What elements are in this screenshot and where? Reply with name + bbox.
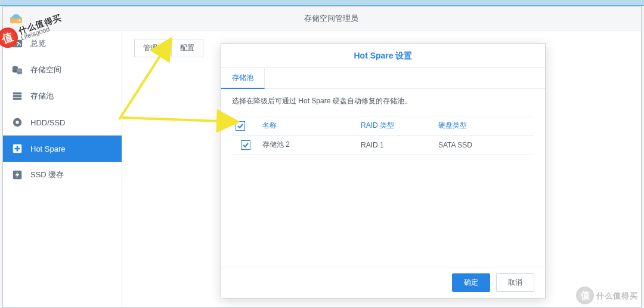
configure-button[interactable]: 配置 — [171, 39, 203, 57]
sidebar-item-label: 总览 — [30, 38, 46, 49]
header-checkbox[interactable] — [236, 121, 245, 131]
svg-rect-2 — [13, 40, 22, 48]
sidebar-item-label: SSD 缓存 — [30, 170, 64, 180]
titlebar: 存储空间管理员 — [3, 7, 641, 30]
cylinders-icon — [11, 64, 23, 76]
svg-rect-10 — [13, 93, 21, 95]
svg-point-14 — [16, 121, 18, 124]
plus-box-icon — [11, 143, 23, 155]
cell-disk: SATA SSD — [435, 135, 534, 155]
taskbar — [0, 0, 644, 6]
disc-icon — [11, 116, 23, 128]
sidebar-item-ssd-cache[interactable]: SSD 缓存 — [3, 162, 122, 188]
hot-spare-dialog: Hot Spare 设置 存储池 选择在降级后可通过 Hot Spare 硬盘自… — [221, 43, 546, 298]
row-checkbox[interactable] — [241, 140, 250, 150]
lightning-icon — [11, 169, 23, 181]
sidebar-item-hdd-ssd[interactable]: HDD/SSD — [3, 109, 122, 135]
svg-rect-11 — [13, 95, 21, 97]
sidebar-item-pool[interactable]: 存储池 — [3, 83, 122, 109]
col-check-header — [232, 116, 259, 135]
svg-point-1 — [19, 19, 21, 21]
sidebar-item-label: Hot Spare — [30, 144, 66, 153]
col-raid-header[interactable]: RAID 类型 — [357, 116, 435, 135]
app-icon — [9, 11, 23, 26]
svg-point-9 — [17, 72, 22, 75]
sidebar-item-volume[interactable]: 存储空间 — [3, 57, 122, 83]
sidebar-item-label: 存储池 — [30, 91, 54, 101]
dialog-tabs: 存储池 — [221, 67, 545, 89]
dialog-instruction: 选择在降级后可通过 Hot Spare 硬盘自动修复的存储池。 — [232, 96, 534, 106]
col-disk-header[interactable]: 硬盘类型 — [435, 116, 534, 135]
table-row[interactable]: 存储池 2 RAID 1 SATA SSD — [232, 135, 534, 155]
col-name-header[interactable]: 名称 — [259, 116, 357, 135]
cancel-button[interactable]: 取消 — [496, 273, 534, 292]
svg-rect-12 — [13, 98, 21, 100]
tab-storage-pool[interactable]: 存储池 — [221, 68, 265, 89]
dialog-title: Hot Spare 设置 — [221, 44, 545, 67]
window-title: 存储空间管理员 — [27, 13, 635, 24]
sidebar-item-label: HDD/SSD — [30, 118, 66, 127]
sidebar-item-hot-spare[interactable]: Hot Spare — [3, 135, 122, 162]
dialog-body: 选择在降级后可通过 Hot Spare 硬盘自动修复的存储池。 名称 RAID … — [221, 89, 545, 267]
bars-icon — [11, 90, 23, 102]
cell-raid: RAID 1 — [357, 135, 435, 155]
sidebar: 总览 存储空间 存储池 HDD/SSD Hot Spare SSD 缓存 — [3, 30, 122, 307]
pool-table: 名称 RAID 类型 硬盘类型 存储池 2 RAID 1 SATA SSD — [232, 116, 534, 155]
dialog-footer: 确定 取消 — [221, 267, 545, 298]
gauge-icon — [11, 38, 23, 50]
sidebar-item-overview[interactable]: 总览 — [3, 30, 122, 57]
sidebar-item-label: 存储空间 — [30, 64, 61, 75]
ok-button[interactable]: 确定 — [452, 273, 490, 292]
manage-button[interactable]: 管理 — [134, 39, 166, 57]
cell-name: 存储池 2 — [259, 135, 357, 155]
